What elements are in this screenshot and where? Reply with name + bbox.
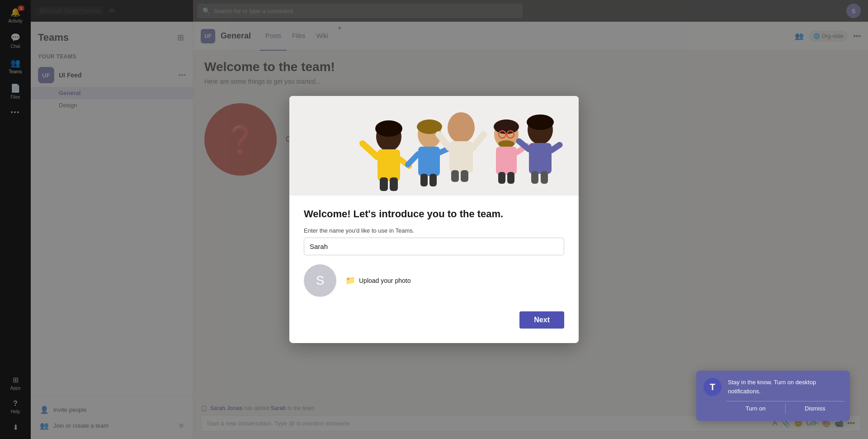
svg-point-15 xyxy=(448,112,475,143)
svg-rect-10 xyxy=(418,147,440,176)
svg-rect-29 xyxy=(498,172,505,184)
modal-illustration xyxy=(289,96,579,196)
svg-rect-20 xyxy=(461,170,468,182)
svg-rect-3 xyxy=(377,149,400,181)
welcome-modal: Welcome! Let's introduce you to the team… xyxy=(289,96,579,343)
svg-rect-30 xyxy=(507,172,514,184)
upload-photo-button[interactable]: 📁 Upload your photo xyxy=(345,276,410,286)
svg-rect-6 xyxy=(380,177,388,191)
toast-content: Stay in the know. Turn on desktop notifi… xyxy=(728,378,843,415)
modal-footer: Next xyxy=(304,311,564,329)
svg-rect-14 xyxy=(429,174,437,186)
modal-title: Welcome! Let's introduce you to the team… xyxy=(304,208,564,220)
toast-teams-icon: T xyxy=(710,382,715,392)
svg-point-2 xyxy=(375,120,402,137)
svg-rect-27 xyxy=(496,147,517,175)
svg-point-32 xyxy=(527,115,554,130)
svg-rect-16 xyxy=(449,141,473,173)
toast-text: Stay in the know. Turn on desktop notifi… xyxy=(728,378,843,396)
notification-toast: T Stay in the know. Turn on desktop noti… xyxy=(696,371,850,421)
turn-on-button[interactable]: Turn on xyxy=(726,401,785,415)
toast-icon-wrap: T xyxy=(703,378,722,396)
svg-rect-19 xyxy=(451,170,459,182)
avatar-upload-row: S 📁 Upload your photo xyxy=(304,264,564,297)
upload-label: Upload your photo xyxy=(359,277,410,284)
user-initial-avatar: S xyxy=(304,264,336,297)
toast-actions: Turn on Dismiss xyxy=(726,401,844,415)
svg-point-22 xyxy=(494,119,519,134)
next-button[interactable]: Next xyxy=(519,311,564,329)
dismiss-button[interactable]: Dismiss xyxy=(786,401,845,415)
modal-body: Welcome! Let's introduce you to the team… xyxy=(289,196,579,343)
upload-icon: 📁 xyxy=(345,276,355,286)
svg-point-26 xyxy=(498,140,514,148)
svg-rect-33 xyxy=(529,143,552,174)
svg-rect-36 xyxy=(531,171,538,184)
modal-label: Enter the name you'd like to use in Team… xyxy=(304,227,564,234)
svg-rect-7 xyxy=(390,177,398,191)
svg-rect-37 xyxy=(541,171,548,184)
svg-rect-13 xyxy=(420,174,428,186)
name-input[interactable] xyxy=(304,238,564,255)
